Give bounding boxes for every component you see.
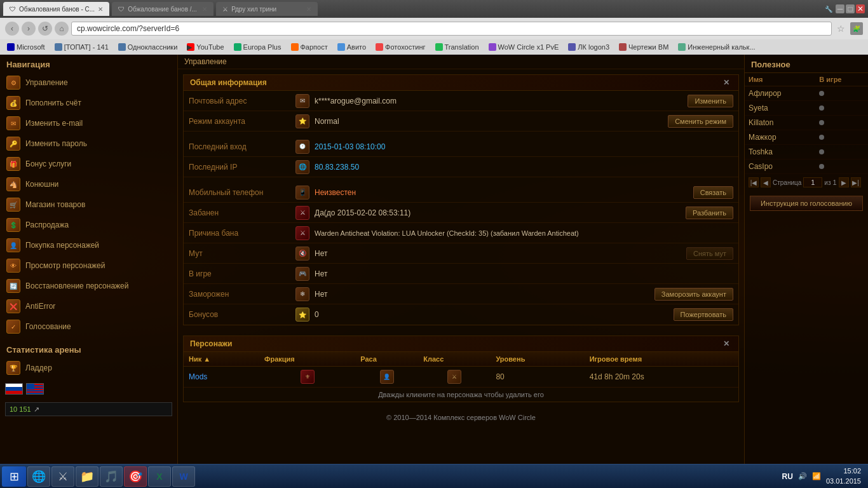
- col-faction[interactable]: Фракция: [259, 352, 355, 367]
- taskbar-app-game[interactable]: 🎯: [124, 466, 147, 487]
- sidebar-item-topup[interactable]: 💰 Пополнить счёт: [0, 93, 177, 113]
- bookmark-translation[interactable]: Translation: [431, 42, 483, 52]
- forward-button[interactable]: ›: [22, 22, 36, 36]
- chars-panel-close[interactable]: ✕: [723, 339, 732, 348]
- tab-close-2[interactable]: ✕: [306, 6, 311, 13]
- wow-icon: [489, 43, 496, 51]
- online-row: Мажкор: [745, 130, 868, 145]
- sidebar-label: Голосование: [25, 322, 71, 331]
- unban-btn[interactable]: Разбанить: [686, 207, 733, 219]
- donate-btn[interactable]: Пожертвовать: [674, 308, 734, 321]
- char-name-link[interactable]: Mods: [189, 372, 207, 381]
- tab-2[interactable]: ⚔ Рдру хил трини ✕: [216, 2, 318, 16]
- bookmark-farpost[interactable]: Фарпост: [287, 42, 332, 52]
- link-phone-btn[interactable]: Связать: [693, 186, 733, 199]
- bookmark-microsoft[interactable]: Microsoft: [3, 42, 49, 52]
- topup-icon: 💰: [6, 96, 20, 110]
- extension-puzzle[interactable]: 🧩: [850, 22, 863, 35]
- bookmark-calc[interactable]: Инженерный кальк...: [674, 42, 759, 52]
- system-clock: 15:02 03.01.2015: [826, 466, 861, 486]
- sidebar-item-stables[interactable]: 🐴 Конюшни: [0, 174, 177, 194]
- bookmark-torat[interactable]: [ТОПАТ] - 141: [51, 42, 112, 52]
- col-level[interactable]: Уровень: [491, 352, 584, 367]
- change-email-btn[interactable]: Изменить: [688, 95, 733, 107]
- refresh-button[interactable]: ↺: [38, 22, 52, 36]
- total-pages: 1: [833, 179, 837, 186]
- tab-close-0[interactable]: ✕: [98, 6, 103, 13]
- bookmark-lk[interactable]: ЛК logon3: [564, 42, 613, 52]
- panel-close[interactable]: ✕: [723, 78, 732, 87]
- taskbar-app-files[interactable]: 📁: [76, 466, 98, 487]
- sidebar-item-restore-chars[interactable]: 🔄 Восстановление персонажей: [0, 276, 177, 296]
- voting-instruction-btn[interactable]: Инструкция по голосованию: [750, 196, 863, 211]
- prev-page-btn[interactable]: ◀: [761, 177, 771, 187]
- mute-label: Мут: [189, 249, 290, 258]
- sidebar-item-view-chars[interactable]: 👁 Просмотр персонажей: [0, 255, 177, 276]
- bookmark-ok[interactable]: Одноклассники: [114, 42, 182, 52]
- col-race[interactable]: Раса: [355, 352, 418, 367]
- sidebar-item-management[interactable]: ⚙ Управление: [0, 72, 177, 93]
- next-page-btn[interactable]: ▶: [839, 177, 849, 187]
- flag-ru[interactable]: [5, 383, 23, 395]
- email-label: Почтовый адрес: [189, 97, 290, 105]
- tab-close-1[interactable]: ✕: [202, 6, 207, 13]
- address-input[interactable]: [71, 22, 832, 36]
- start-button[interactable]: ⊞: [2, 466, 26, 487]
- remove-mute-btn[interactable]: Снять мут: [686, 247, 733, 260]
- taskbar-app-music[interactable]: 🎵: [100, 466, 123, 487]
- taskbar-app-wow[interactable]: ⚔: [51, 466, 74, 487]
- maximize-btn[interactable]: □: [846, 4, 855, 13]
- network-icon[interactable]: 📶: [812, 472, 821, 480]
- account-mode-label: Режим аккаунта: [189, 117, 290, 126]
- sidebar-item-sale[interactable]: 💲 Распродажа: [0, 215, 177, 235]
- freeze-btn[interactable]: Заморозить аккаунт: [654, 288, 733, 301]
- page-input[interactable]: [803, 177, 822, 187]
- online-indicator: [819, 91, 824, 96]
- sidebar-label: Изменить пароль: [25, 139, 87, 148]
- table-row[interactable]: Mods ⚜ 👤 ⚔ 80 41d 8h 20m 20s: [184, 367, 738, 388]
- sidebar-item-antierror[interactable]: ❌ AntiError: [0, 296, 177, 316]
- flag-us[interactable]: [26, 383, 44, 395]
- col-class[interactable]: Класс: [418, 352, 491, 367]
- calc-icon: [678, 43, 686, 51]
- online-indicator: [819, 135, 824, 140]
- bookmark-avito[interactable]: Авито: [334, 42, 370, 52]
- bookmark-wowcircle[interactable]: WoW Circle x1 PvE: [485, 42, 563, 52]
- sidebar-item-shop[interactable]: 🛒 Магазин товаров: [0, 194, 177, 215]
- bookmark-youtube[interactable]: ▶ YouTube: [183, 42, 227, 52]
- sidebar-item-password[interactable]: 🔑 Изменить пароль: [0, 133, 177, 154]
- sidebar-item-bonus[interactable]: 🎁 Бонус услуги: [0, 154, 177, 174]
- online-indicator: [819, 105, 824, 111]
- taskbar-app-word[interactable]: W: [172, 466, 195, 487]
- minimize-btn[interactable]: ─: [836, 4, 844, 13]
- taskbar-app-excel[interactable]: X: [148, 466, 171, 487]
- change-mode-btn[interactable]: Сменить режим: [668, 115, 733, 128]
- home-button[interactable]: ⌂: [55, 22, 69, 36]
- taskbar-app-chrome[interactable]: 🌐: [27, 466, 50, 487]
- time-display: 15:02: [826, 466, 861, 476]
- sidebar-label: Покупка персонажей: [25, 241, 99, 250]
- back-button[interactable]: ‹: [5, 22, 19, 36]
- bookmark-photo[interactable]: Фотохостинг: [372, 42, 429, 52]
- bookmark-europa[interactable]: Europa Plus: [230, 42, 285, 52]
- tab-1[interactable]: 🛡 Обжалование банов /... ✕: [112, 2, 214, 16]
- sidebar-item-buy-char[interactable]: 👤 Покупка персонажей: [0, 235, 177, 255]
- sidebar-item-email[interactable]: ✉ Изменить e-mail: [0, 113, 177, 133]
- address-bar-area: ‹ › ↺ ⌂ ☆ 🧩: [0, 18, 868, 39]
- bookmark-chert[interactable]: Чертежи ВМ: [615, 42, 672, 52]
- tab-active[interactable]: 🛡 Обжалования банов - С... ✕: [3, 2, 109, 16]
- first-page-btn[interactable]: |◀: [749, 177, 759, 187]
- close-btn[interactable]: ✕: [856, 4, 865, 13]
- char-playtime: 41d 8h 20m 20s: [585, 367, 738, 388]
- bookmark-star[interactable]: ☆: [834, 24, 848, 34]
- phone-row: Мобильный телефон 📱 Неизвестен Связать: [184, 182, 738, 203]
- sidebar-item-ladder[interactable]: 🏆 Ладдер: [0, 358, 177, 378]
- farpost-icon: [291, 43, 299, 51]
- extension-icon[interactable]: 🔧: [825, 6, 832, 13]
- last-page-btn[interactable]: ▶|: [851, 177, 861, 187]
- col-playtime[interactable]: Игровое время: [585, 352, 738, 367]
- sidebar-item-voting[interactable]: ✓ Голосование: [0, 316, 177, 337]
- stat-title: Статистика арены: [0, 340, 177, 358]
- col-nick[interactable]: Ник ▲: [184, 352, 259, 367]
- volume-icon[interactable]: 🔊: [798, 472, 807, 480]
